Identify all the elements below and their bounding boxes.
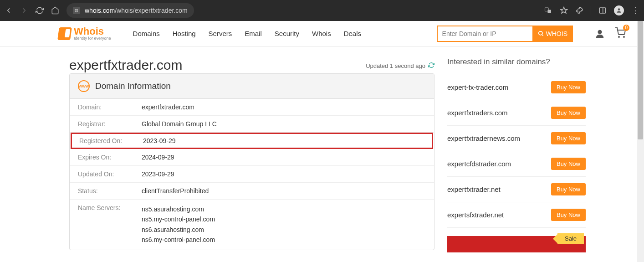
info-label: Status:	[78, 187, 142, 195]
url-domain: whois.com	[85, 7, 115, 14]
back-button[interactable]	[5, 6, 13, 15]
nav-security[interactable]: Security	[275, 30, 299, 37]
buy-now-button[interactable]: Buy Now	[551, 183, 586, 195]
site-settings-icon[interactable]: ⊡	[73, 7, 80, 14]
browser-toolbar: ⊡ whois.com/whois/expertfxtrader.com ⋮	[0, 0, 644, 21]
info-label: Name Servers:	[78, 204, 142, 245]
panel-title: Domain Information	[95, 81, 171, 91]
info-value: 2023-09-29	[143, 137, 176, 144]
info-row: Name Servers:ns5.asurahosting.comns5.my-…	[70, 200, 434, 250]
buy-now-button[interactable]: Buy Now	[551, 107, 586, 119]
nav-deals[interactable]: Deals	[344, 30, 361, 37]
whois-search-button[interactable]: WHOIS	[532, 26, 573, 42]
similar-domain-row: expertfxtradernews.comBuy Now	[447, 126, 586, 151]
svg-point-7	[598, 30, 602, 34]
info-row: Status:clientTransferProhibited	[70, 183, 434, 200]
cart-count-badge: 0	[623, 25, 629, 31]
bookmark-icon[interactable]	[560, 6, 568, 15]
search-icon	[538, 31, 544, 37]
site-header: Whois Identity for everyone Domains Host…	[0, 21, 644, 46]
info-value: Global Domain Group LLC	[142, 120, 217, 128]
info-label: Expires On:	[78, 154, 142, 161]
similar-domain-row: expertsfxtrader.netBuy Now	[447, 202, 586, 228]
similar-domain-name: expertfxtrader.net	[447, 185, 501, 193]
info-value: expertfxtrader.com	[142, 103, 194, 111]
side-panel-icon[interactable]	[598, 6, 607, 15]
search-button-label: WHOIS	[546, 30, 567, 37]
similar-domains-heading: Interested in similar domains?	[447, 57, 586, 67]
svg-rect-1	[548, 10, 552, 14]
logo-text: Whois	[74, 26, 111, 36]
site-logo[interactable]: Whois Identity for everyone	[58, 26, 111, 41]
buy-now-button[interactable]: Buy Now	[551, 158, 586, 170]
similar-domain-name: expertfxtraders.com	[447, 109, 508, 117]
svg-line-6	[542, 34, 543, 36]
buy-now-button[interactable]: Buy Now	[551, 209, 586, 221]
similar-domain-name: expertfxtradernews.com	[447, 134, 520, 142]
promo-banner[interactable]: Sale	[447, 236, 586, 252]
scrollbar-thumb[interactable]	[638, 21, 643, 139]
similar-domain-name: expert-fx-trader.com	[447, 83, 508, 91]
info-row: Expires On:2024-09-29	[70, 149, 434, 166]
address-bar[interactable]: ⊡ whois.com/whois/expertfxtrader.com	[66, 3, 194, 18]
info-label: Registered On:	[79, 137, 143, 144]
updated-timestamp: Updated 1 second ago	[366, 62, 425, 69]
scrollbar-track	[637, 21, 644, 262]
info-value: 2024-09-29	[142, 154, 174, 161]
nav-servers[interactable]: Servers	[209, 30, 232, 37]
similar-domain-row: expertcfdstrader.comBuy Now	[447, 151, 586, 177]
url-path: /whois/expertfxtrader.com	[115, 7, 188, 14]
nav-whois[interactable]: Whois	[312, 30, 331, 37]
account-icon[interactable]	[595, 29, 605, 39]
forward-button[interactable]	[20, 6, 28, 15]
nav-domains[interactable]: Domains	[133, 30, 160, 37]
cart-button[interactable]: 0	[615, 27, 626, 40]
logo-mark-icon	[57, 27, 72, 40]
buy-now-button[interactable]: Buy Now	[551, 81, 586, 93]
reload-button[interactable]	[36, 6, 44, 15]
similar-domain-name: expertsfxtrader.net	[447, 211, 504, 219]
domain-search-input[interactable]	[437, 26, 532, 42]
info-row: Registered On:2023-09-29	[71, 133, 433, 149]
www-badge-icon: WWW	[78, 80, 90, 92]
logo-tagline: Identity for everyone	[74, 36, 111, 41]
info-row: Updated On:2023-09-29	[70, 166, 434, 183]
similar-domain-row: expert-fx-trader.comBuy Now	[447, 75, 586, 100]
similar-domain-row: expertfxtraders.comBuy Now	[447, 100, 586, 126]
svg-point-4	[618, 8, 620, 10]
refresh-icon[interactable]	[428, 62, 434, 70]
info-label: Domain:	[78, 103, 142, 111]
info-value: 2023-09-29	[142, 170, 174, 178]
info-label: Registrar:	[78, 120, 142, 128]
info-label: Updated On:	[78, 170, 142, 178]
info-row: Registrar:Global Domain Group LLC	[70, 116, 434, 133]
buy-now-button[interactable]: Buy Now	[551, 132, 586, 144]
domain-info-panel: WWW Domain Information Domain:expertfxtr…	[69, 73, 434, 250]
home-button[interactable]	[51, 6, 59, 15]
svg-point-8	[618, 36, 619, 37]
extensions-icon[interactable]	[575, 6, 583, 15]
translate-icon[interactable]	[544, 6, 552, 15]
nav-hosting[interactable]: Hosting	[173, 30, 196, 37]
menu-icon[interactable]: ⋮	[631, 6, 639, 15]
profile-avatar[interactable]	[614, 5, 624, 15]
similar-domain-row: expertfxtrader.netBuy Now	[447, 177, 586, 202]
similar-domain-name: expertcfdstrader.com	[447, 160, 511, 168]
nav-email[interactable]: Email	[245, 30, 262, 37]
svg-point-9	[624, 36, 624, 37]
svg-point-5	[538, 31, 542, 35]
info-row: Domain:expertfxtrader.com	[70, 99, 434, 116]
sale-tag: Sale	[557, 233, 584, 244]
info-value: clientTransferProhibited	[142, 187, 209, 195]
info-value: ns5.asurahosting.comns5.my-control-panel…	[142, 204, 215, 245]
